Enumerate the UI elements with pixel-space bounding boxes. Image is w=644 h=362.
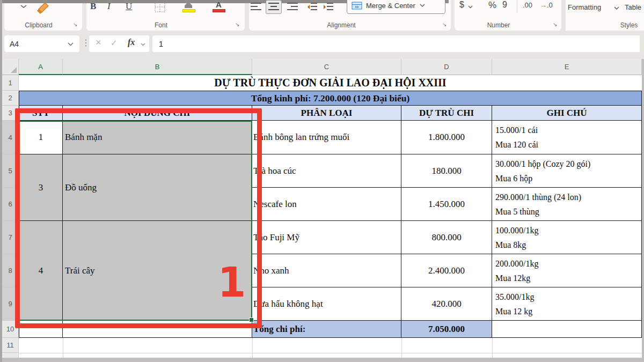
note-line: Mua 6 hộp — [495, 171, 532, 186]
chevron-down-icon[interactable] — [141, 43, 145, 46]
row-header-8[interactable]: 8 — [2, 254, 19, 287]
cell-e7[interactable]: 100.000/1kg Mua 8kg — [492, 221, 642, 254]
conditional-formatting-button[interactable]: Formatting — [568, 3, 601, 11]
row-header-9[interactable]: 9 — [2, 287, 19, 321]
cell-b4[interactable]: Bánh mặn — [63, 121, 252, 154]
cell-d8[interactable]: 2.400.000 — [401, 254, 492, 287]
cell-header-noidung[interactable]: NỘI DUNG CHI — [63, 106, 252, 121]
gridline — [252, 338, 253, 358]
align-right-icon[interactable] — [287, 2, 298, 12]
column-header-b[interactable]: B — [63, 59, 252, 75]
align-center-icon[interactable] — [268, 2, 280, 12]
chevron-down-icon[interactable] — [468, 5, 473, 9]
cell-a5-merged[interactable]: 3 — [19, 154, 63, 221]
cell-header-ghichu[interactable]: GHI CHÚ — [492, 106, 642, 121]
cell-c7[interactable]: Táo Fuji Mỹ — [252, 221, 401, 254]
row-header-3[interactable]: 3 — [2, 106, 19, 121]
format-as-table-button[interactable]: Table — [625, 3, 641, 11]
column-header-e[interactable]: E — [492, 59, 642, 75]
column-header-d[interactable]: D — [401, 59, 492, 75]
underline-button[interactable]: U — [126, 1, 132, 12]
fill-handle[interactable] — [249, 317, 254, 322]
formula-input[interactable]: 1 — [152, 35, 640, 52]
cell-c9[interactable]: Dưa hấu không hạt — [252, 287, 401, 321]
cancel-icon[interactable]: × — [96, 37, 101, 48]
select-all-corner[interactable] — [2, 59, 19, 75]
cell-header-stt[interactable]: STT — [19, 106, 63, 121]
align-left-icon[interactable] — [250, 2, 262, 12]
cell-c5[interactable]: Trà hoa cúc — [252, 154, 401, 188]
merge-center-button[interactable]: Merge & Center — [347, 0, 445, 14]
chevron-down-icon[interactable] — [68, 42, 74, 46]
row-header-11[interactable]: 11 — [2, 338, 19, 353]
decrease-decimal-button[interactable]: →.0 — [540, 1, 553, 9]
row-header-6[interactable]: 6 — [2, 188, 19, 221]
enter-icon[interactable]: ✓ — [111, 38, 118, 48]
bold-button[interactable]: B — [90, 1, 96, 12]
note-line: Mua 8kg — [495, 238, 526, 252]
percent-style-button[interactable]: % — [488, 0, 496, 11]
cell-a4-active[interactable]: 1 — [19, 121, 63, 154]
cell-e5[interactable]: 30.000/1 hộp (Cozy 20 gói) Mua 6 hộp — [492, 154, 642, 188]
cell-e4[interactable]: 15.000/1 cái Mua 120 cái — [492, 121, 642, 154]
gridline — [63, 338, 63, 358]
row-header-5[interactable]: 5 — [2, 154, 19, 188]
note-line: 35.000/1kg — [495, 290, 534, 304]
note-line: Mua 120 cái — [495, 137, 538, 152]
number-group-label: Number — [472, 21, 525, 29]
increase-decimal-button[interactable]: .00 — [523, 1, 532, 9]
cell-a10[interactable] — [19, 321, 63, 338]
row-header-2[interactable]: 2 — [2, 91, 19, 106]
cell-c4[interactable]: Bánh bông lan trứng muối — [252, 121, 401, 154]
note-line: 290.000/1 thùng (24 lon) — [495, 190, 581, 204]
cell-e6[interactable]: 290.000/1 thùng (24 lon) Mua 5 thùng — [492, 188, 642, 221]
cell-d6[interactable]: 1.450.000 — [401, 188, 492, 221]
row-header-4[interactable]: 4 — [2, 121, 19, 154]
cell-b7-merged[interactable]: Trái cây — [63, 221, 252, 321]
cell-total-value[interactable]: 7.050.000 — [401, 321, 492, 338]
accounting-format-button[interactable]: $ — [459, 0, 464, 10]
alignment-dialog-launcher-icon[interactable]: ↘ — [442, 21, 447, 27]
cell-c8[interactable]: Nho xanh — [252, 254, 401, 287]
cell-c6[interactable]: Nescafe lon — [252, 188, 401, 221]
decrease-indent-icon[interactable] — [307, 2, 318, 12]
cell-subtitle[interactable]: Tổng kinh phí: 7.200.000 (120 Đại biểu) — [19, 91, 642, 106]
fill-color-bar[interactable] — [182, 9, 195, 12]
font-dialog-launcher-icon[interactable]: ↘ — [235, 21, 239, 27]
number-dialog-launcher-icon[interactable]: ↘ — [553, 21, 557, 27]
cell-b10[interactable] — [63, 321, 252, 338]
font-color-bar[interactable] — [213, 9, 225, 12]
column-header-c[interactable]: C — [252, 59, 401, 75]
font-color-icon[interactable]: A — [216, 0, 224, 8]
cell-header-dutruchi[interactable]: DỰ TRÙ CHI — [401, 106, 492, 121]
clipboard-dialog-launcher-icon[interactable]: ↘ — [73, 21, 77, 27]
increase-indent-icon[interactable] — [323, 2, 334, 12]
cell-d9[interactable]: 420.000 — [401, 287, 492, 321]
cell-a7-merged[interactable]: 4 — [19, 221, 63, 321]
row-header-7[interactable]: 7 — [2, 221, 19, 254]
styles-group-label: Styles — [602, 21, 644, 29]
cell-e9[interactable]: 35.000/1kg Mua 12 kg — [492, 287, 642, 321]
italic-button[interactable]: I — [107, 1, 111, 12]
note-line: Mua 5 thùng — [495, 204, 539, 219]
insert-function-icon[interactable]: fx — [128, 38, 135, 47]
cell-d7[interactable]: 800.000 — [401, 221, 492, 254]
column-header-a[interactable]: A — [19, 59, 63, 75]
cell-title[interactable]: DỰ TRÙ THỰC ĐƠN GIẢI LAO ĐẠI HỘI XXIII — [19, 75, 642, 91]
cell-d5[interactable]: 180.000 — [401, 154, 492, 188]
format-painter-icon[interactable] — [36, 2, 50, 16]
cell-e10[interactable] — [492, 321, 642, 338]
cell-b5-merged[interactable]: Đồ uống — [63, 154, 252, 221]
comma-style-button[interactable]: 9 — [502, 0, 507, 10]
row-header-10[interactable]: 10 — [2, 321, 19, 338]
cell-d4[interactable]: 1.800.000 — [401, 121, 492, 154]
chevron-down-icon[interactable] — [20, 5, 27, 9]
cell-e8[interactable]: 200.000/1kg Mua 12kg — [492, 254, 642, 287]
number-divider — [517, 0, 517, 13]
formula-value: 1 — [159, 40, 163, 48]
row-header-1[interactable]: 1 — [2, 75, 19, 91]
note-line: 30.000/1 hộp (Cozy 20 gói) — [495, 157, 590, 171]
cell-total-label[interactable]: Tổng chi phí: — [252, 321, 401, 338]
cell-header-phanloai[interactable]: PHÂN LOẠI — [252, 106, 401, 121]
borders-icon[interactable] — [155, 2, 165, 12]
